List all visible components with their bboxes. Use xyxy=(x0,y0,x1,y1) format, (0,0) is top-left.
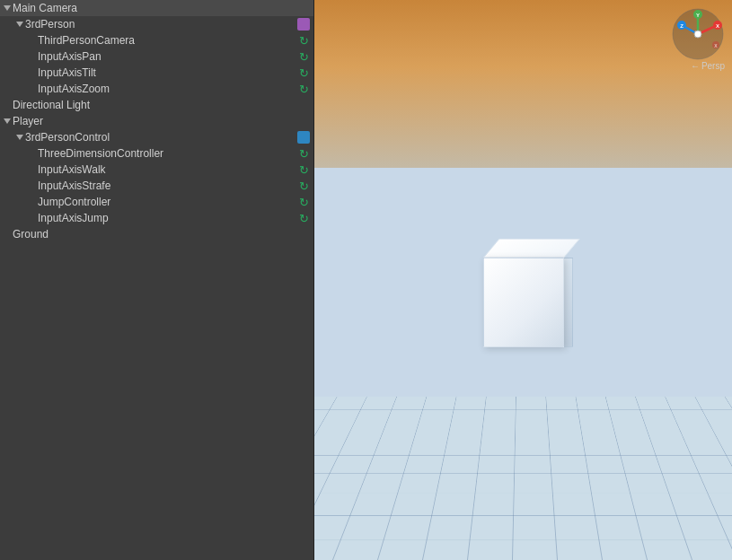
hierarchy-item-inputaxisstrafe[interactable]: InputAxisStrafe↻ xyxy=(0,178,313,194)
component-icon: ↻ xyxy=(297,196,310,208)
hierarchy-item-label: InputAxisTilt xyxy=(38,66,294,79)
cube-face-top xyxy=(483,239,580,258)
persp-text: Persp xyxy=(701,61,725,71)
component-icon: ↻ xyxy=(297,163,310,176)
expand-arrow[interactable] xyxy=(16,22,23,27)
component-icon: ↻ xyxy=(297,179,310,192)
component-icon: ↻ xyxy=(297,66,310,79)
hierarchy-item-thirdpersoncamera[interactable]: ThirdPersonCamera↻ xyxy=(0,32,313,48)
svg-text:Y: Y xyxy=(696,13,700,18)
hierarchy-item-directional-light[interactable]: Directional Light xyxy=(0,97,313,113)
persp-arrow: ← xyxy=(691,61,700,71)
hierarchy-item-inputaxiswalk[interactable]: InputAxisWalk↻ xyxy=(0,162,313,178)
hierarchy-item-label: Player xyxy=(13,115,310,127)
hierarchy-item-label: JumpController xyxy=(38,196,294,208)
hierarchy-item-inputaxisjump[interactable]: InputAxisJump↻ xyxy=(0,210,313,226)
hierarchy-item-label: InputAxisWalk xyxy=(38,163,294,176)
hierarchy-item-label: ThreeDimensionController xyxy=(38,147,294,160)
hierarchy-item-label: Main Camera xyxy=(13,2,310,14)
hierarchy-item-label: InputAxisStrafe xyxy=(38,179,294,192)
svg-text:X: X xyxy=(716,23,719,29)
component-icon: ↻ xyxy=(297,50,310,63)
scene-gizmo: Y X Z X xyxy=(671,7,725,61)
hierarchy-item-3rdperson[interactable]: 3rdPerson xyxy=(0,16,313,32)
component-icon: ↻ xyxy=(297,34,310,47)
component-icon: ↻ xyxy=(297,212,310,224)
scene-cube xyxy=(474,240,573,347)
component-icon: ↻ xyxy=(297,83,310,95)
svg-text:Z: Z xyxy=(680,23,683,29)
scene-ground xyxy=(314,168,732,560)
hierarchy-item-label: InputAxisJump xyxy=(38,212,294,224)
hierarchy-item-inputaxispan[interactable]: InputAxisPan↻ xyxy=(0,48,313,65)
camera-icon xyxy=(297,18,310,31)
scene-floor-grid xyxy=(314,397,732,560)
hierarchy-item-main-camera[interactable]: Main Camera xyxy=(0,0,313,16)
scene-floor xyxy=(314,168,732,560)
cube-face-front xyxy=(483,258,564,347)
svg-point-10 xyxy=(694,31,701,38)
hierarchy-item-label: InputAxisZoom xyxy=(38,83,294,95)
hierarchy-item-label: Directional Light xyxy=(13,99,310,111)
hierarchy-item-inputaxistilt[interactable]: InputAxisTilt↻ xyxy=(0,65,313,81)
hierarchy-item-ground[interactable]: Ground xyxy=(0,226,313,242)
hierarchy-item-jumpcontroller[interactable]: JumpController↻ xyxy=(0,194,313,210)
gameobject-icon xyxy=(297,131,310,144)
scene-background: Y X Z X ← Persp xyxy=(314,0,732,560)
hierarchy-item-label: 3rdPerson xyxy=(25,18,294,31)
expand-arrow[interactable] xyxy=(4,118,11,124)
hierarchy-item-threedimensioncontroller[interactable]: ThreeDimensionController↻ xyxy=(0,145,313,162)
hierarchy-item-label: InputAxisPan xyxy=(38,50,294,63)
expand-arrow[interactable] xyxy=(16,135,23,140)
scene-panel: Y X Z X ← Persp xyxy=(314,0,732,560)
expand-arrow[interactable] xyxy=(4,5,11,11)
hierarchy-panel[interactable]: Main Camera3rdPersonThirdPersonCamera↻In… xyxy=(0,0,314,560)
hierarchy-item-label: ThirdPersonCamera xyxy=(38,34,294,47)
persp-label: ← Persp xyxy=(691,61,725,71)
hierarchy-item-label: 3rdPersonControl xyxy=(25,131,294,144)
hierarchy-item-3rdpersoncontrol[interactable]: 3rdPersonControl xyxy=(0,129,313,145)
hierarchy-item-inputaxiszoom[interactable]: InputAxisZoom↻ xyxy=(0,81,313,97)
hierarchy-item-label: Ground xyxy=(13,228,310,241)
component-icon: ↻ xyxy=(297,147,310,160)
hierarchy-item-player[interactable]: Player xyxy=(0,113,313,129)
